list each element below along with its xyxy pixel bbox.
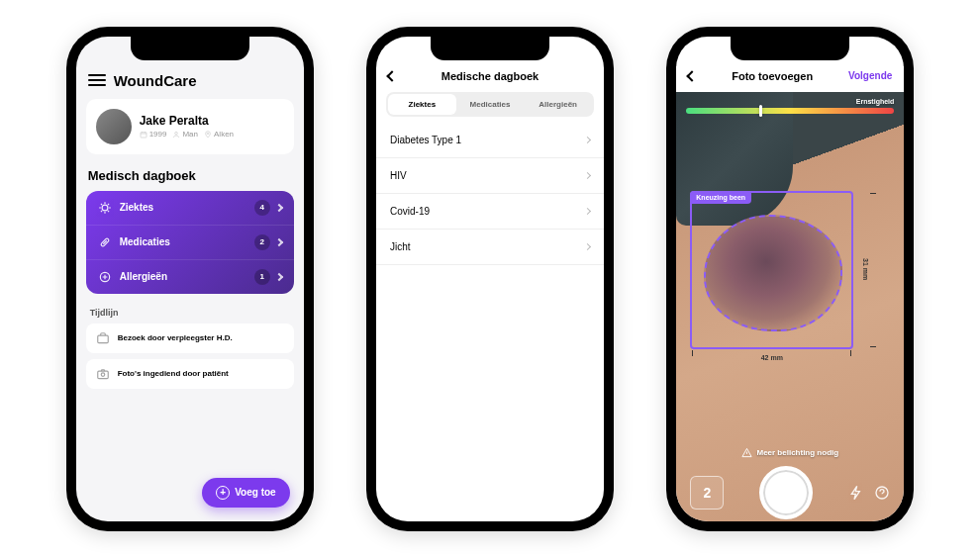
avatar xyxy=(96,109,132,144)
camera-icon xyxy=(96,367,110,381)
warning-icon xyxy=(741,447,752,458)
briefcase-icon xyxy=(96,331,110,345)
patient-meta: 1999 Man Alken xyxy=(140,130,234,139)
dimension-width: 42 mm xyxy=(692,354,851,361)
list-label: Jicht xyxy=(390,241,411,252)
add-button[interactable]: + Voeg toe xyxy=(202,478,289,508)
dimension-height: 31 mm xyxy=(862,193,869,347)
diary-label: Medicaties xyxy=(120,236,254,247)
back-icon[interactable] xyxy=(386,70,397,81)
severity-label: Ernstigheid xyxy=(856,98,895,105)
virus-icon xyxy=(98,201,112,215)
phone-frame-2: Medische dagboek Ziektes Medicaties Alle… xyxy=(366,27,614,531)
timeline-title: Tijdlijn xyxy=(76,304,304,324)
phone-notch xyxy=(731,37,849,60)
next-button[interactable]: Volgende xyxy=(848,70,892,81)
list-label: HIV xyxy=(390,170,407,181)
tab-allergieen[interactable]: Allergieën xyxy=(524,94,592,115)
camera-options xyxy=(848,485,890,501)
chevron-right-icon xyxy=(584,242,591,249)
diary-item-medicaties[interactable]: Medicaties 2 xyxy=(86,226,294,260)
diary-item-allergieen[interactable]: Allergieën 1 xyxy=(86,260,294,294)
phone-notch xyxy=(131,37,249,60)
shutter-button[interactable] xyxy=(759,466,813,519)
tab-medicaties[interactable]: Medicaties xyxy=(456,94,525,115)
list-item[interactable]: Jicht xyxy=(376,230,604,265)
calendar-icon xyxy=(140,131,147,139)
patient-card[interactable]: Jake Peralta 1999 Man Alken xyxy=(86,99,294,154)
chevron-right-icon xyxy=(584,171,591,178)
count-badge: 1 xyxy=(254,269,270,285)
diary-label: Allergieën xyxy=(120,271,254,282)
list-label: Covid-19 xyxy=(390,206,430,217)
page-title: Foto toevoegen xyxy=(696,70,848,82)
menu-icon[interactable] xyxy=(88,74,106,86)
list-item[interactable]: Diabetes Type 1 xyxy=(376,123,604,158)
svg-point-1 xyxy=(175,132,178,135)
help-icon[interactable] xyxy=(874,485,890,501)
patient-gender: Man xyxy=(182,130,198,139)
lighting-warning: Meer belichting nodig xyxy=(676,447,904,458)
plus-icon: + xyxy=(216,486,230,500)
person-icon xyxy=(172,131,180,139)
timeline-item[interactable]: Bezoek door verpleegster H.D. xyxy=(86,324,294,353)
fab-label: Voeg toe xyxy=(235,487,275,498)
section-title: Medisch dagboek xyxy=(76,164,304,191)
photo-count[interactable]: 2 xyxy=(690,476,724,510)
phone-notch xyxy=(431,37,549,60)
patient-name: Jake Peralta xyxy=(140,114,234,128)
chevron-right-icon xyxy=(584,207,591,214)
pill-icon xyxy=(98,235,112,249)
timeline-label: Bezoek door verpleegster H.D. xyxy=(118,333,233,342)
chevron-right-icon xyxy=(274,237,282,245)
wound-outline xyxy=(704,215,842,331)
chevron-right-icon xyxy=(274,272,282,280)
svg-point-8 xyxy=(101,372,105,376)
photo-header: Foto toevoegen Volgende xyxy=(676,66,904,92)
list-label: Diabetes Type 1 xyxy=(390,135,461,145)
chevron-right-icon xyxy=(274,203,282,211)
photo-viewport: Ernstigheid Kneuzing been 42 mm 31 mm Me… xyxy=(676,92,904,521)
patient-year: 1999 xyxy=(149,130,167,139)
severity-slider[interactable] xyxy=(686,108,894,114)
app-header: WoundCare xyxy=(76,66,304,99)
diary-item-ziektes[interactable]: Ziektes 4 xyxy=(86,191,294,226)
allergy-icon xyxy=(98,270,112,284)
warning-text: Meer belichting nodig xyxy=(756,448,838,457)
screen-dashboard: WoundCare Jake Peralta 1999 Man Alken Me… xyxy=(76,37,304,521)
phone-frame-3: Foto toevoegen Volgende Ernstigheid Kneu… xyxy=(666,27,914,531)
svg-rect-7 xyxy=(97,371,108,379)
page-title: Medische dagboek xyxy=(441,70,539,82)
phone-frame-1: WoundCare Jake Peralta 1999 Man Alken Me… xyxy=(66,27,314,531)
svg-point-3 xyxy=(102,205,108,211)
diary-card: Ziektes 4 Medicaties 2 Allergieën 1 xyxy=(86,191,294,294)
tab-ziektes[interactable]: Ziektes xyxy=(388,94,456,115)
list-item[interactable]: HIV xyxy=(376,158,604,194)
svg-rect-6 xyxy=(97,335,108,343)
screen-photo-capture: Foto toevoegen Volgende Ernstigheid Kneu… xyxy=(676,37,904,521)
chevron-right-icon xyxy=(584,136,591,142)
camera-controls: 2 xyxy=(676,466,904,519)
screen-diary-list: Medische dagboek Ziektes Medicaties Alle… xyxy=(376,37,604,521)
annotation-label: Kneuzing been xyxy=(690,191,751,204)
list-header: Medische dagboek xyxy=(376,66,604,92)
segmented-control: Ziektes Medicaties Allergieën xyxy=(386,92,594,117)
count-badge: 4 xyxy=(254,200,270,216)
svg-rect-0 xyxy=(141,132,147,137)
timeline-label: Foto's ingediend door patiënt xyxy=(118,369,229,378)
list-item[interactable]: Covid-19 xyxy=(376,194,604,230)
count-badge: 2 xyxy=(254,234,270,250)
app-title: WoundCare xyxy=(114,72,197,89)
patient-location: Alken xyxy=(214,130,234,139)
slider-thumb[interactable] xyxy=(759,105,762,117)
svg-point-2 xyxy=(207,133,208,134)
flash-icon[interactable] xyxy=(848,485,864,501)
pin-icon xyxy=(204,131,212,139)
timeline-item[interactable]: Foto's ingediend door patiënt xyxy=(86,359,294,389)
diary-label: Ziektes xyxy=(120,202,254,213)
wound-bounding-box[interactable]: Kneuzing been 42 mm 31 mm xyxy=(690,191,853,349)
